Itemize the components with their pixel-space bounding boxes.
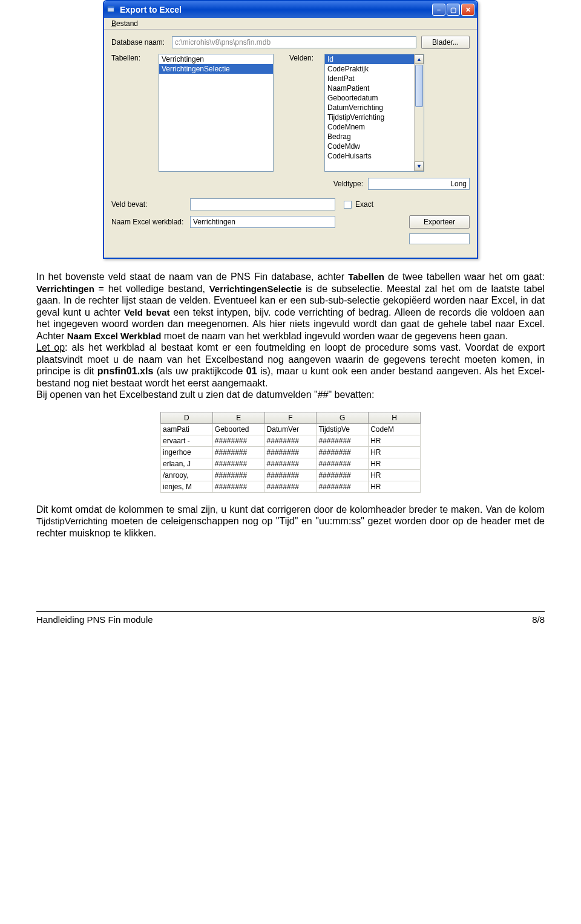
table-row: /anrooy,########################HR: [160, 470, 421, 481]
velden-label: Velden:: [284, 54, 313, 172]
scrollbar[interactable]: ▲ ▼: [414, 54, 424, 171]
list-item[interactable]: CodeMdw: [325, 142, 424, 151]
svg-rect-1: [108, 7, 114, 8]
app-icon: [107, 5, 116, 15]
table-row: ervaart -########################HR: [160, 435, 421, 447]
titlebar[interactable]: Export to Excel – ▢ ✕: [104, 1, 477, 18]
maximize-button[interactable]: ▢: [447, 4, 460, 16]
list-item[interactable]: VerrichtingenSelectie: [159, 64, 273, 74]
list-item[interactable]: CodeHuisarts: [325, 151, 424, 161]
list-item[interactable]: Bedrag: [325, 132, 424, 142]
col-letter: D: [160, 412, 213, 424]
minimize-button[interactable]: –: [432, 4, 445, 16]
veldtype-label: Veldtype:: [333, 180, 363, 188]
list-item[interactable]: DatumVerrichting: [325, 103, 424, 112]
status-box: [409, 233, 470, 244]
list-item[interactable]: Id: [325, 54, 424, 64]
list-item[interactable]: NaamPatient: [325, 83, 424, 93]
col-letter: G: [317, 412, 369, 424]
col-letter: E: [213, 412, 265, 424]
excel-header-row: aamPati Geboorted DatumVer TijdstipVe Co…: [160, 424, 421, 435]
browse-button[interactable]: Blader...: [421, 36, 470, 49]
list-item[interactable]: TijdstipVerrichting: [325, 112, 424, 122]
exact-label: Exact: [355, 200, 373, 209]
window-client: Database naam: Blader... Tabellen: Verri…: [104, 30, 477, 258]
col-letter: F: [265, 412, 317, 424]
list-item[interactable]: CodePraktijk: [325, 64, 424, 74]
velden-listbox[interactable]: Id CodePraktijk IdentPat NaamPatient Geb…: [324, 54, 424, 172]
col-letter: H: [369, 412, 421, 424]
export-button[interactable]: Exporteer: [409, 215, 470, 229]
tabellen-label: Tabellen:: [111, 54, 148, 172]
scroll-down-icon[interactable]: ▼: [415, 161, 424, 171]
scroll-thumb[interactable]: [415, 65, 423, 107]
list-item[interactable]: CodeMnem: [325, 122, 424, 132]
excel-snippet: D E F G H aamPati Geboorted DatumVer Tij…: [160, 412, 421, 493]
table-row: ingerhoe########################HR: [160, 447, 421, 458]
scroll-up-icon[interactable]: ▲: [415, 54, 424, 64]
table-row: ienjes, M########################HR: [160, 481, 421, 493]
list-item[interactable]: Geboortedatum: [325, 93, 424, 103]
db-path-field[interactable]: [172, 36, 416, 48]
veldbevat-label: Veld bevat:: [111, 200, 190, 209]
menu-bestand[interactable]: Bestand: [108, 18, 142, 29]
werkblad-field[interactable]: [190, 216, 335, 228]
excel-col-letters: D E F G H: [160, 412, 421, 424]
list-item[interactable]: IdentPat: [325, 74, 424, 83]
veldtype-field: [368, 178, 470, 190]
footer-left: Handleiding PNS Fin module: [36, 614, 153, 625]
window-title: Export to Excel: [120, 5, 432, 15]
werkblad-label: Naam Excel werkblad:: [111, 218, 190, 226]
paragraph-1: In het bovenste veld staat de naam van d…: [36, 271, 545, 401]
window-buttons: – ▢ ✕: [432, 4, 474, 16]
list-item[interactable]: Verrichtingen: [159, 54, 273, 64]
menubar: Bestand: [104, 18, 477, 30]
db-label: Database naam:: [111, 38, 172, 47]
tabellen-listbox[interactable]: Verrichtingen VerrichtingenSelectie: [159, 54, 274, 172]
export-window: Export to Excel – ▢ ✕ Bestand Database n…: [103, 0, 478, 259]
page-footer: Handleiding PNS Fin module 8/8: [36, 611, 545, 625]
footer-right: 8/8: [532, 614, 545, 625]
veldbevat-field[interactable]: [190, 198, 335, 210]
table-row: erlaan, J########################HR: [160, 458, 421, 470]
close-button[interactable]: ✕: [461, 4, 474, 16]
paragraph-2: Dit komt omdat de kolommen te smal zijn,…: [36, 504, 545, 539]
exact-checkbox[interactable]: [344, 201, 352, 209]
